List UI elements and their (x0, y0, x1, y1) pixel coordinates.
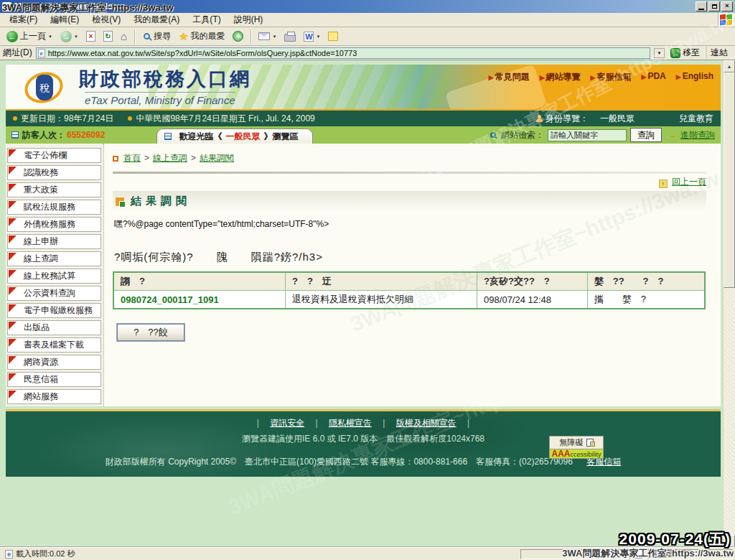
red-corner-icon (9, 322, 17, 330)
menu-bar: 檔案(F)編輯(E)檢視(V)我的最愛(A)工具(T)說明(H) (0, 13, 735, 27)
scroll-up-button[interactable]: ▲ (724, 60, 735, 73)
sidebar-item[interactable]: 網路資源 (7, 355, 101, 370)
result-id-link[interactable]: 0980724_000117_1091 (121, 294, 219, 305)
welcome-prefix: 歡迎光臨《 (179, 131, 222, 143)
etax-logo-icon[interactable]: 稅 (24, 67, 65, 108)
menu-item[interactable]: 檔案(F) (3, 13, 44, 26)
home-button[interactable]: ⌂ (118, 29, 130, 44)
sidebar-item[interactable]: 電子公佈欄 (7, 148, 101, 163)
site-search-button[interactable]: 查詢 (630, 128, 662, 142)
breadcrumb: 首頁>線上查調>結果調閱 (113, 152, 706, 164)
footer-link[interactable]: 資訊安全 (270, 418, 304, 428)
mail-button[interactable]: ▼ (256, 31, 279, 42)
banner-top-link[interactable]: ▶PDA (641, 71, 665, 83)
full-date: 中華民國98年7月24日星期五 Fri., Jul. 24, 2009 (128, 113, 314, 125)
forward-dropdown-icon[interactable]: ▼ (74, 34, 78, 39)
sidebar-item[interactable]: 線上稅務試算 (7, 269, 101, 284)
update-date: 更新日期：98年7月24日 (13, 113, 113, 125)
back-dropdown-icon[interactable]: ▼ (48, 34, 52, 39)
back-icon: ← (6, 31, 18, 42)
sidebar-item[interactable]: 重大政策 (7, 182, 101, 197)
red-corner-icon (9, 373, 17, 381)
print-button[interactable] (281, 30, 299, 43)
stop-button[interactable]: × (83, 29, 98, 43)
address-input[interactable]: e https://www.etax.nat.gov.tw/wSite/sp?x… (36, 47, 650, 59)
identity-link[interactable]: 一般民眾 (600, 113, 635, 125)
favorites-label: 我的最愛 (190, 30, 225, 42)
links-menu[interactable]: 連結 (706, 47, 732, 59)
red-corner-icon (9, 253, 17, 261)
menu-item[interactable]: 說明(H) (228, 13, 270, 26)
red-corner-icon (9, 270, 17, 278)
sidebar-item[interactable]: 網站服務 (7, 389, 101, 404)
minimize-button[interactable] (696, 1, 707, 11)
history-button[interactable] (230, 29, 246, 43)
arrow-bullet-icon: ▶ (540, 74, 545, 81)
badge-label: 無障礙 (560, 437, 584, 448)
table-cell: 098/07/24 12:48 (477, 291, 588, 309)
sidebar-item[interactable]: 賦稅法規服務 (7, 200, 101, 215)
footer-link[interactable]: 版權及相關宣告 (396, 418, 457, 428)
address-dropdown-icon[interactable]: ▼ (654, 48, 665, 58)
raw-jsp-text: 嘿?%@page contentType="text/html;charset=… (114, 218, 706, 230)
breadcrumb-link[interactable]: 結果調閱 (200, 153, 234, 163)
footer-links: ｜資訊安全｜隱私權宣告｜版權及相關宣告｜ (6, 417, 721, 429)
section-icon (116, 197, 124, 206)
sidebar-item[interactable]: 出版品 (7, 320, 101, 335)
search-button[interactable]: 搜尋 (139, 29, 174, 44)
menu-item[interactable]: 檢視(V) (85, 13, 127, 26)
welcome-audience: 一般民眾 (225, 131, 260, 143)
web-page: 稅 財政部稅務入口網 eTax Portal, Ministry of Fina… (0, 60, 722, 477)
sidebar-item[interactable]: 線上查調 (7, 251, 101, 266)
vertical-scrollbar[interactable]: ▲ ▼ (723, 60, 735, 547)
advanced-search-link[interactable]: 進階查詢 (680, 129, 715, 141)
welcome-tab: 歡迎光臨《 一般民眾 》瀏覽區 (156, 129, 313, 144)
page-icon: e (38, 49, 45, 57)
banner-top-link[interactable]: ▶客服信箱 (591, 71, 632, 83)
address-url: https://www.etax.nat.gov.tw/wSite/sp?xdU… (48, 49, 357, 57)
welcome-suffix: 》瀏覽區 (263, 131, 298, 143)
go-button[interactable]: → 移至 (668, 46, 702, 60)
accessibility-badge[interactable]: 無障礙 AAAccessibility (549, 436, 604, 459)
back-page-link[interactable]: 回上一頁 (672, 177, 706, 187)
favorites-button[interactable]: ★ 我的最愛 (176, 29, 228, 45)
sidebar-item[interactable]: 書表及檔案下載 (7, 337, 101, 353)
banner-top-link[interactable]: ▶常見問題 (489, 71, 530, 83)
site-search-input[interactable] (548, 129, 627, 141)
red-corner-icon (9, 149, 17, 157)
sidebar-item[interactable]: 外僑稅務服務 (7, 217, 101, 232)
site-title: 財政部稅務入口網 (79, 66, 251, 92)
content-action-button[interactable]: ? ??餃 (117, 324, 184, 341)
scrollbar-thumb[interactable] (724, 73, 735, 288)
sidebar-item[interactable]: 民意信箱 (7, 372, 101, 387)
banner-top-link[interactable]: ▶English (676, 71, 713, 83)
section-header: 結果調閱 (113, 191, 706, 211)
word-dropdown-icon[interactable]: ▼ (316, 34, 320, 39)
copyright: 財政部版權所有 CopyRight 2005© 臺北市中正區(100)愛國西路二… (6, 456, 721, 468)
sidebar-item[interactable]: 公示資料查詢 (7, 286, 101, 301)
restore-button[interactable] (708, 1, 720, 11)
menu-item[interactable]: 工具(T) (186, 13, 227, 26)
edit-with-word-button[interactable]: W ▼ (301, 30, 323, 43)
menu-item[interactable]: 我的最愛(A) (127, 13, 186, 26)
discuss-button[interactable] (325, 30, 341, 42)
breadcrumb-separator: > (144, 153, 149, 163)
banner-top-link[interactable]: ▶網站導覽 (540, 71, 581, 83)
back-button[interactable]: ← 上一頁 ▼ (4, 29, 55, 44)
breadcrumb-link[interactable]: 首頁 (123, 153, 141, 163)
sidebar-item[interactable]: 認識稅務 (7, 165, 101, 180)
menu-item[interactable]: 編輯(E) (44, 13, 85, 26)
close-button[interactable]: × (721, 1, 733, 11)
mail-icon (258, 32, 270, 40)
site-subtitle: eTax Portal, Ministry of Finance (85, 92, 235, 106)
footer-link[interactable]: 隱私權宣告 (329, 418, 372, 428)
mail-dropdown-icon[interactable]: ▼ (272, 34, 276, 39)
identity-link[interactable]: 兒童教育 (679, 113, 713, 125)
refresh-button[interactable]: ↻ (100, 29, 116, 43)
sidebar-item[interactable]: 電子申報繳稅服務 (7, 303, 101, 318)
stats-bar: 訪客人次： 65526092 歡迎光臨《 一般民眾 》瀏覽區 網站檢索： 查詢 … (6, 126, 721, 144)
site-search-label: 網站檢索： (501, 129, 544, 141)
sidebar-item[interactable]: 線上申辦 (7, 234, 101, 249)
forward-button[interactable]: → ▼ (57, 29, 81, 44)
breadcrumb-link[interactable]: 線上查調 (153, 153, 187, 163)
